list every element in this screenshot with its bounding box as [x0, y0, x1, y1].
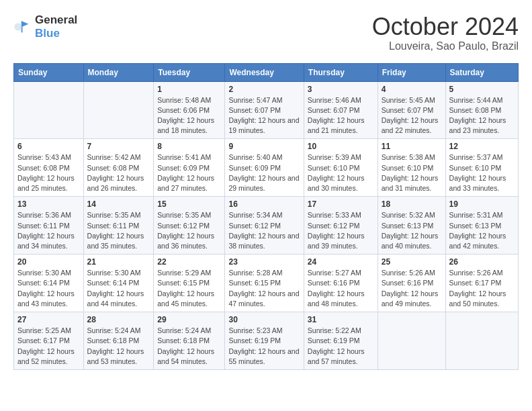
day-number: 25 — [382, 257, 442, 267]
calendar-cell: 23 Sunrise: 5:28 AM Sunset: 6:15 PM Dayl… — [225, 255, 304, 312]
calendar-cell: 3 Sunrise: 5:46 AM Sunset: 6:07 PM Dayli… — [304, 81, 378, 139]
day-number: 22 — [157, 257, 221, 267]
calendar-cell — [445, 312, 518, 370]
day-detail: Sunrise: 5:33 AM Sunset: 6:12 PM Dayligh… — [308, 210, 374, 251]
calendar-cell — [378, 312, 445, 370]
day-number: 24 — [308, 257, 374, 267]
calendar-week-row: 1 Sunrise: 5:48 AM Sunset: 6:06 PM Dayli… — [14, 81, 519, 139]
day-detail: Sunrise: 5:40 AM Sunset: 6:09 PM Dayligh… — [228, 152, 300, 193]
calendar-cell: 21 Sunrise: 5:30 AM Sunset: 6:14 PM Dayl… — [83, 255, 154, 312]
calendar-cell — [14, 81, 84, 139]
weekday-header-row: SundayMondayTuesdayWednesdayThursdayFrid… — [14, 63, 519, 81]
day-number: 4 — [382, 85, 442, 94]
day-detail: Sunrise: 5:24 AM Sunset: 6:18 PM Dayligh… — [87, 326, 150, 367]
calendar-cell: 11 Sunrise: 5:38 AM Sunset: 6:10 PM Dayl… — [378, 139, 445, 197]
calendar-cell: 15 Sunrise: 5:35 AM Sunset: 6:12 PM Dayl… — [154, 197, 225, 255]
day-detail: Sunrise: 5:26 AM Sunset: 6:16 PM Dayligh… — [382, 268, 442, 309]
calendar-cell: 13 Sunrise: 5:36 AM Sunset: 6:11 PM Dayl… — [14, 197, 84, 255]
weekday-header-saturday: Saturday — [445, 63, 518, 81]
day-detail: Sunrise: 5:35 AM Sunset: 6:11 PM Dayligh… — [87, 210, 150, 251]
day-detail: Sunrise: 5:29 AM Sunset: 6:15 PM Dayligh… — [157, 268, 221, 309]
calendar-cell: 5 Sunrise: 5:44 AM Sunset: 6:08 PM Dayli… — [445, 81, 518, 139]
day-detail: Sunrise: 5:43 AM Sunset: 6:08 PM Dayligh… — [17, 152, 80, 193]
weekday-header-sunday: Sunday — [14, 63, 84, 81]
calendar-cell: 14 Sunrise: 5:35 AM Sunset: 6:11 PM Dayl… — [83, 197, 154, 255]
day-detail: Sunrise: 5:36 AM Sunset: 6:11 PM Dayligh… — [17, 210, 80, 251]
calendar-cell: 20 Sunrise: 5:30 AM Sunset: 6:14 PM Dayl… — [14, 255, 84, 312]
day-number: 7 — [87, 142, 150, 151]
weekday-header-monday: Monday — [83, 63, 154, 81]
day-detail: Sunrise: 5:31 AM Sunset: 6:13 PM Dayligh… — [449, 210, 515, 251]
calendar-cell: 17 Sunrise: 5:33 AM Sunset: 6:12 PM Dayl… — [304, 197, 378, 255]
calendar-cell: 28 Sunrise: 5:24 AM Sunset: 6:18 PM Dayl… — [83, 312, 154, 370]
weekday-header-thursday: Thursday — [304, 63, 378, 81]
logo-icon — [13, 17, 32, 36]
day-number: 13 — [17, 199, 80, 209]
day-number: 21 — [87, 257, 150, 267]
day-number: 12 — [449, 142, 515, 151]
svg-point-1 — [14, 23, 21, 30]
weekday-header-tuesday: Tuesday — [154, 63, 225, 81]
day-number: 16 — [228, 199, 300, 209]
day-number: 10 — [308, 142, 374, 151]
day-number: 2 — [228, 85, 300, 94]
calendar-cell: 7 Sunrise: 5:42 AM Sunset: 6:08 PM Dayli… — [83, 139, 154, 197]
day-detail: Sunrise: 5:30 AM Sunset: 6:14 PM Dayligh… — [87, 268, 150, 309]
page-header: General Blue October 2024 Louveira, Sao … — [13, 13, 519, 52]
day-number: 20 — [17, 257, 80, 267]
calendar-cell: 29 Sunrise: 5:24 AM Sunset: 6:18 PM Dayl… — [154, 312, 225, 370]
day-detail: Sunrise: 5:38 AM Sunset: 6:10 PM Dayligh… — [382, 152, 442, 193]
day-number: 5 — [449, 85, 515, 94]
calendar-cell: 16 Sunrise: 5:34 AM Sunset: 6:12 PM Dayl… — [225, 197, 304, 255]
day-detail: Sunrise: 5:30 AM Sunset: 6:14 PM Dayligh… — [17, 268, 80, 309]
calendar-cell: 4 Sunrise: 5:45 AM Sunset: 6:07 PM Dayli… — [378, 81, 445, 139]
calendar-cell: 6 Sunrise: 5:43 AM Sunset: 6:08 PM Dayli… — [14, 139, 84, 197]
calendar-cell: 10 Sunrise: 5:39 AM Sunset: 6:10 PM Dayl… — [304, 139, 378, 197]
logo-text: General Blue — [35, 13, 77, 40]
day-number: 23 — [228, 257, 300, 267]
calendar-cell: 26 Sunrise: 5:26 AM Sunset: 6:17 PM Dayl… — [445, 255, 518, 312]
title-block: October 2024 Louveira, Sao Paulo, Brazil — [372, 13, 519, 52]
calendar-cell: 31 Sunrise: 5:22 AM Sunset: 6:19 PM Dayl… — [304, 312, 378, 370]
day-number: 28 — [87, 315, 150, 324]
calendar-week-row: 20 Sunrise: 5:30 AM Sunset: 6:14 PM Dayl… — [14, 255, 519, 312]
calendar-cell: 30 Sunrise: 5:23 AM Sunset: 6:19 PM Dayl… — [225, 312, 304, 370]
day-number: 3 — [308, 85, 374, 94]
day-detail: Sunrise: 5:35 AM Sunset: 6:12 PM Dayligh… — [157, 210, 221, 251]
calendar-cell: 24 Sunrise: 5:27 AM Sunset: 6:16 PM Dayl… — [304, 255, 378, 312]
calendar-cell: 8 Sunrise: 5:41 AM Sunset: 6:09 PM Dayli… — [154, 139, 225, 197]
day-detail: Sunrise: 5:47 AM Sunset: 6:07 PM Dayligh… — [228, 95, 300, 136]
weekday-header-wednesday: Wednesday — [225, 63, 304, 81]
day-number: 29 — [157, 315, 221, 324]
day-detail: Sunrise: 5:26 AM Sunset: 6:17 PM Dayligh… — [449, 268, 515, 309]
logo: General Blue — [13, 13, 77, 40]
calendar-cell: 12 Sunrise: 5:37 AM Sunset: 6:10 PM Dayl… — [445, 139, 518, 197]
day-detail: Sunrise: 5:27 AM Sunset: 6:16 PM Dayligh… — [308, 268, 374, 309]
day-number: 9 — [228, 142, 300, 151]
day-number: 31 — [308, 315, 374, 324]
calendar-cell: 22 Sunrise: 5:29 AM Sunset: 6:15 PM Dayl… — [154, 255, 225, 312]
weekday-header-friday: Friday — [378, 63, 445, 81]
day-detail: Sunrise: 5:46 AM Sunset: 6:07 PM Dayligh… — [308, 95, 374, 136]
month-title: October 2024 — [372, 13, 519, 40]
location: Louveira, Sao Paulo, Brazil — [372, 40, 519, 52]
day-detail: Sunrise: 5:37 AM Sunset: 6:10 PM Dayligh… — [449, 152, 515, 193]
day-detail: Sunrise: 5:23 AM Sunset: 6:19 PM Dayligh… — [228, 326, 300, 367]
day-detail: Sunrise: 5:41 AM Sunset: 6:09 PM Dayligh… — [157, 152, 221, 193]
calendar-cell: 25 Sunrise: 5:26 AM Sunset: 6:16 PM Dayl… — [378, 255, 445, 312]
day-detail: Sunrise: 5:22 AM Sunset: 6:19 PM Dayligh… — [308, 326, 374, 367]
calendar-week-row: 13 Sunrise: 5:36 AM Sunset: 6:11 PM Dayl… — [14, 197, 519, 255]
day-number: 1 — [157, 85, 221, 94]
day-number: 14 — [87, 199, 150, 209]
day-detail: Sunrise: 5:28 AM Sunset: 6:15 PM Dayligh… — [228, 268, 300, 309]
day-detail: Sunrise: 5:48 AM Sunset: 6:06 PM Dayligh… — [157, 95, 221, 136]
day-number: 17 — [308, 199, 374, 209]
calendar-cell: 27 Sunrise: 5:25 AM Sunset: 6:17 PM Dayl… — [14, 312, 84, 370]
day-number: 8 — [157, 142, 221, 151]
calendar-cell: 9 Sunrise: 5:40 AM Sunset: 6:09 PM Dayli… — [225, 139, 304, 197]
day-number: 15 — [157, 199, 221, 209]
calendar-cell: 19 Sunrise: 5:31 AM Sunset: 6:13 PM Dayl… — [445, 197, 518, 255]
day-number: 27 — [17, 315, 80, 324]
day-detail: Sunrise: 5:45 AM Sunset: 6:07 PM Dayligh… — [382, 95, 442, 136]
day-detail: Sunrise: 5:25 AM Sunset: 6:17 PM Dayligh… — [17, 326, 80, 367]
